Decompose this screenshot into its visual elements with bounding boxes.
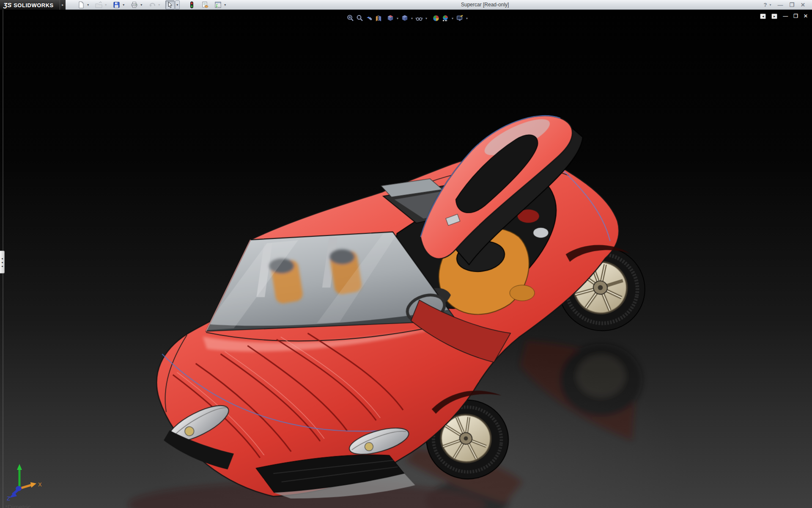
previous-view-button[interactable] — [365, 14, 374, 23]
display-style-button[interactable] — [400, 14, 409, 23]
print-icon — [131, 1, 138, 8]
supercar-model[interactable] — [0, 10, 812, 508]
view-settings-icon — [456, 14, 464, 22]
menu-expand-tab[interactable]: ▸ — [60, 0, 66, 10]
minimize-button[interactable]: — — [777, 0, 783, 10]
triad-z-label: Z — [7, 495, 10, 501]
undo-button[interactable] — [148, 0, 157, 9]
document-title: Supercar [Read-only] — [461, 0, 509, 10]
window-controls: ? ▾ — ❐ ✕ — [763, 0, 805, 10]
display-style-dropdown[interactable]: ▾ — [409, 17, 414, 20]
open-icon — [95, 1, 102, 8]
triad-x-label: X — [38, 481, 42, 488]
hide-show-items-icon — [415, 14, 423, 22]
next-window-button[interactable]: ► — [771, 14, 777, 19]
save-icon — [113, 1, 120, 8]
help-button[interactable]: ? — [763, 0, 767, 10]
view-orientation-button[interactable] — [386, 14, 395, 23]
reference-triad: X Z — [6, 462, 43, 501]
heads-up-view-toolbar: ▾ ▾ ▾ — [346, 14, 469, 23]
apply-scene-icon — [442, 14, 449, 22]
solidworks-logo-mark: ƷS — [3, 0, 11, 10]
solidworks-logo-text: SOLIDWORKS — [14, 0, 54, 10]
close-button[interactable]: ✕ — [801, 0, 805, 10]
zoom-to-area-button[interactable] — [355, 14, 365, 23]
apply-scene-button[interactable] — [441, 14, 450, 23]
options-dropdown[interactable]: ▾ — [223, 0, 228, 9]
view-settings-button[interactable] — [455, 14, 464, 23]
previous-window-button[interactable]: ◄ — [760, 14, 766, 19]
display-style-icon — [401, 14, 409, 22]
view-orientation-label: *Dimetric — [5, 503, 31, 508]
title-bar: ƷS SOLIDWORKS ▸ ▾ ▾ — [0, 0, 812, 10]
new-document-dropdown[interactable]: ▾ — [86, 0, 91, 9]
edit-appearance-icon — [432, 14, 440, 22]
zoom-to-fit-icon — [347, 14, 354, 22]
options-icon — [214, 1, 222, 8]
help-dropdown[interactable]: ▾ — [769, 3, 771, 7]
restore-button[interactable]: ❐ — [789, 0, 794, 10]
select-button[interactable] — [165, 0, 175, 9]
document-window-controls: ◄ ► — ❐ ✕ — [760, 13, 808, 19]
view-orientation-icon — [387, 14, 394, 22]
file-properties-button[interactable] — [200, 0, 210, 9]
new-document-icon — [77, 1, 85, 8]
feature-manager-collapsed-tab[interactable]: ◂ ◂ ◂ — [0, 251, 5, 273]
section-view-button[interactable] — [374, 14, 383, 23]
hide-show-items-dropdown[interactable]: ▾ — [424, 17, 429, 20]
file-properties-icon — [201, 1, 209, 8]
save-button[interactable] — [112, 0, 121, 9]
viewport-close-button[interactable]: ✕ — [804, 13, 808, 19]
print-button[interactable] — [130, 0, 139, 9]
new-document-button[interactable] — [77, 0, 86, 9]
viewport-restore-button[interactable]: ❐ — [793, 13, 798, 19]
options-button[interactable] — [214, 0, 223, 9]
rebuild-traffic-light-button[interactable] — [187, 0, 197, 9]
select-dropdown[interactable]: ▾ — [175, 0, 180, 9]
view-orientation-dropdown[interactable]: ▾ — [395, 17, 400, 20]
save-dropdown[interactable]: ▾ — [121, 0, 126, 9]
previous-view-icon — [365, 14, 373, 22]
hide-show-items-button[interactable] — [414, 14, 424, 23]
view-settings-dropdown[interactable]: ▾ — [464, 17, 469, 20]
print-dropdown[interactable]: ▾ — [139, 0, 144, 9]
undo-icon — [148, 1, 156, 8]
zoom-to-fit-button[interactable] — [346, 14, 355, 23]
viewport-minimize-button[interactable]: — — [783, 13, 788, 19]
section-view-icon — [375, 14, 382, 22]
traffic-light-icon — [188, 1, 195, 8]
zoom-to-area-icon — [356, 14, 364, 22]
apply-scene-dropdown[interactable]: ▾ — [450, 17, 455, 20]
standard-toolbar: ▾ ▾ ▾ — [77, 0, 228, 9]
select-cursor-icon — [167, 1, 173, 8]
open-dropdown[interactable]: ▾ — [104, 0, 108, 9]
solidworks-logo: ƷS SOLIDWORKS — [0, 0, 60, 10]
graphics-viewport[interactable]: ▾ ▾ ▾ — [0, 10, 812, 508]
open-button[interactable] — [94, 0, 104, 9]
undo-dropdown[interactable]: ▾ — [157, 0, 162, 9]
edit-appearance-button[interactable] — [431, 14, 441, 23]
